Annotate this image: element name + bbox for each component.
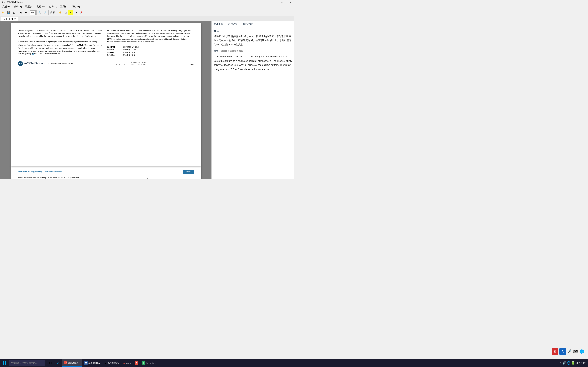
original-text: A mixture of DMAC and water (30:70, w/w)… [214, 55, 292, 71]
title-bar: 知云文献翻译V7.6.2 ─ □ ✕ [0, 0, 294, 4]
menu-view[interactable]: 视图(V) [24, 4, 35, 9]
toolbar-sep4 [48, 10, 49, 15]
revised-label: Revised: [107, 49, 122, 51]
translation-text: 将DMAC和水的混合物（30:70，w/w）以5000 kg/h的速率作为饱和液… [214, 34, 292, 47]
published-date: March 5, 2015 [123, 54, 135, 57]
page-2: Industrial & Engineering Chemistry Resea… [11, 166, 201, 179]
main-area: column. It implies that the temperature … [0, 21, 294, 179]
toolbar-zoom-in[interactable]: 🔍 [37, 10, 42, 16]
accepted-label: Accepted: [107, 51, 122, 54]
article-badge: Article [183, 170, 193, 174]
meta-box: Received:November 27, 2014 Revised:Febru… [107, 45, 194, 58]
acs-logo: ACS ACS Publications [18, 61, 45, 66]
toolbar-sep2 [29, 10, 29, 15]
maximize-button[interactable]: □ [278, 0, 286, 4]
col-right-page1: distillation, and double-effect distilla… [107, 29, 194, 58]
toolbar-prev-page[interactable]: ◀ [18, 10, 23, 16]
toolbar-highlight[interactable]: A [68, 10, 73, 16]
menu-bar: 文件(F) 编辑(E) 视图(V) 文档(W) 注释(C) 工具(T) 帮助(H… [0, 4, 294, 9]
acs-footer: ACS ACS Publications © 2015 American Che… [18, 61, 73, 66]
minimize-button[interactable]: ─ [270, 0, 278, 4]
toolbar-zoom-out[interactable]: 🔎 [43, 10, 48, 16]
menu-edit[interactable]: 编辑(E) [12, 4, 24, 9]
toolbar-next-page[interactable]: ▶ [24, 10, 28, 16]
right-panel: 翻译引擎 · 常用链接 · 其他功能 · 翻译： 将DMAC和水的混合物（30:… [211, 21, 294, 179]
published-label: Published: [107, 54, 122, 57]
journal-header: Industrial & Engineering Chemistry Resea… [18, 170, 194, 174]
app-title: 知云文献翻译V7.6.2 [2, 0, 24, 4]
word-its: its [32, 53, 34, 55]
toolbar-print[interactable]: 🖨 [11, 10, 16, 16]
doi-text: DOI: 10.1021/ie504664h [129, 61, 146, 63]
toolbar-underline[interactable]: A̲ [74, 10, 79, 16]
menu-annotation[interactable]: 注释(C) [47, 4, 59, 9]
received-label: Received: [107, 46, 122, 49]
toolbar-select[interactable]: ⬚ [63, 10, 68, 16]
tab-close-button[interactable]: ✕ [14, 18, 16, 20]
col-left-page1: column. It implies that the temperature … [18, 29, 104, 58]
page-1: column. It implies that the temperature … [11, 23, 201, 166]
menu-tools[interactable]: 工具(T) [59, 4, 70, 9]
journal-name: Industrial & Engineering Chemistry Resea… [18, 170, 62, 174]
journal-ref: Ind. Eng. Chem. Res. 2015, 54, 3200−3204 [116, 64, 146, 66]
right-panel-content: 翻译： 将DMAC和水的混合物（30:70，w/w）以5000 kg/h的速率作… [212, 27, 294, 179]
separator1: · [225, 22, 226, 26]
revised-date: February 15, 2015 [123, 49, 138, 51]
condenser-label: Condenser [147, 178, 155, 179]
acs-pub-text: ACS Publications [24, 62, 45, 66]
toolbar-save[interactable]: 💾 [6, 10, 11, 16]
page-number-1: 3200 [190, 63, 194, 66]
other-functions-link[interactable]: 其他功能 [243, 22, 252, 26]
toolbar-search[interactable]: 搜索 [49, 10, 56, 16]
menu-help[interactable]: 帮助(H) [70, 4, 82, 9]
right-col-page2: Condenser T1 Water [107, 176, 194, 179]
close-button[interactable]: ✕ [286, 0, 294, 4]
toolbar-hand[interactable]: ✋ [58, 10, 63, 16]
accepted-date: March 5, 2015 [123, 51, 135, 54]
original-hint[interactable]: 可修改后右键重新翻译 [221, 50, 243, 52]
tab-label: ie504664h [3, 18, 13, 20]
intro-text: and the advantages and disadvantages of … [18, 176, 104, 179]
right-panel-header: 翻译引擎 · 常用链接 · 其他功能 · [212, 21, 294, 27]
menu-file[interactable]: 文件(F) [1, 4, 12, 9]
acs-logo-circle: ACS [18, 61, 23, 66]
menu-doc[interactable]: 文档(W) [35, 4, 47, 9]
toolbar-note[interactable]: 📌 [79, 10, 84, 16]
separator2: · [240, 22, 241, 26]
document-area[interactable]: column. It implies that the temperature … [0, 21, 211, 179]
toolbar-open[interactable]: 📂 [1, 10, 6, 16]
document-tab[interactable]: ie504664h ✕ [1, 17, 18, 21]
separator3: · [255, 22, 255, 26]
common-links-link[interactable]: 常用链接 [228, 22, 238, 26]
translation-label: 翻译： [214, 29, 292, 33]
distillation-diagram: Condenser T1 Water [107, 176, 177, 179]
received-date: November 27, 2014 [123, 46, 139, 49]
translate-engine-link[interactable]: 翻译引擎 [214, 22, 223, 26]
toolbar: 📂 💾 🖨 ◀ ▶ 4% 🔍 🔎 搜索 ✋ ⬚ A A̲ 📌 [0, 9, 294, 16]
tab-bar: ie504664h ✕ [0, 16, 294, 21]
copyright-text: © 2015 American Chemical Society [48, 62, 73, 65]
zoom-level[interactable]: 4% [30, 10, 35, 15]
original-label: 原文: 可修改后右键重新翻译 [214, 50, 292, 53]
original-label-text: 原文: [214, 50, 219, 53]
